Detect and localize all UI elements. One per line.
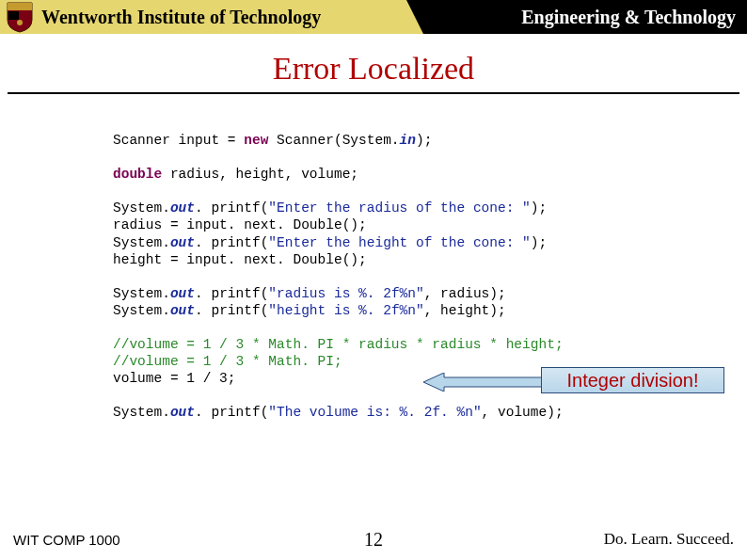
code-line: height = input. next. Double();	[113, 251, 681, 268]
code-line: Scanner input = new Scanner(System.in);	[113, 132, 681, 149]
callout-text: Integer division!	[566, 369, 698, 392]
code-line: double radius, height, volume;	[113, 166, 681, 183]
page-number: 12	[364, 529, 383, 551]
header-left: Wentworth Institute of Technology	[0, 0, 423, 34]
title-area: Error Localized	[0, 34, 747, 94]
svg-rect-0	[8, 11, 19, 20]
department-name: Engineering & Technology	[521, 7, 736, 28]
code-line: System.out. printf("radius is %. 2f%n", …	[113, 285, 681, 302]
callout-box: Integer division!	[541, 367, 724, 393]
svg-point-2	[17, 20, 23, 25]
code-line: System.out. printf("The volume is: %. 2f…	[113, 404, 681, 421]
code-line: radius = input. next. Double();	[113, 216, 681, 233]
code-line: System.out. printf("Enter the radius of …	[113, 200, 681, 216]
course-code: WIT COMP 1000	[13, 532, 120, 548]
slide-footer: WIT COMP 1000 12 Do. Learn. Succeed.	[0, 530, 747, 549]
institute-name: Wentworth Institute of Technology	[41, 7, 321, 28]
code-line: System.out. printf("Enter the height of …	[113, 234, 681, 251]
code-line: //volume = 1 / 3 * Math. PI * radius * r…	[113, 336, 681, 353]
arrow-left-icon	[423, 373, 546, 390]
code-block: Scanner input = new Scanner(System.in); …	[0, 94, 747, 422]
header-right: Engineering & Technology	[423, 0, 747, 34]
shield-icon	[6, 1, 34, 33]
slide-header: Wentworth Institute of Technology Engine…	[0, 0, 747, 34]
motto: Do. Learn. Succeed.	[604, 530, 734, 549]
code-line: System.out. printf("height is %. 2f%n", …	[113, 302, 681, 319]
svg-marker-3	[423, 373, 550, 392]
slide-title: Error Localized	[273, 51, 474, 87]
svg-rect-1	[21, 11, 31, 20]
